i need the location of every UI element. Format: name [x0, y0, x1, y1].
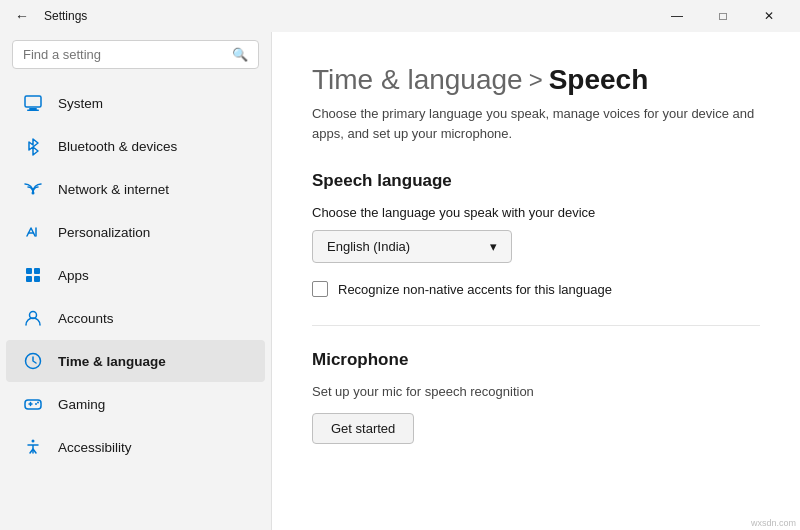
microphone-section: Microphone Set up your mic for speech re…	[312, 350, 760, 444]
sidebar-nav: SystemBluetooth & devicesNetwork & inter…	[0, 81, 271, 469]
speech-language-section: Speech language Choose the language you …	[312, 171, 760, 297]
title-bar: ← Settings — □ ✕	[0, 0, 800, 32]
search-icon: 🔍	[232, 47, 248, 62]
time-icon	[22, 350, 44, 372]
svg-rect-9	[34, 276, 40, 282]
search-input[interactable]	[23, 47, 224, 62]
svg-rect-8	[26, 276, 32, 282]
dropdown-value: English (India)	[327, 239, 410, 254]
main-content: Time & language > Speech Choose the prim…	[272, 32, 800, 530]
svg-rect-7	[34, 268, 40, 274]
microphone-title: Microphone	[312, 350, 760, 370]
breadcrumb-separator: >	[529, 66, 543, 94]
svg-rect-0	[25, 96, 41, 107]
svg-point-16	[37, 402, 39, 404]
title-bar-left: ← Settings	[8, 2, 87, 30]
accent-checkbox-label: Recognize non-native accents for this la…	[338, 282, 612, 297]
accounts-icon	[22, 307, 44, 329]
sidebar-item-accounts[interactable]: Accounts	[6, 297, 265, 339]
sidebar-item-network[interactable]: Network & internet	[6, 168, 265, 210]
microphone-description: Set up your mic for speech recognition	[312, 384, 760, 399]
gaming-icon	[22, 393, 44, 415]
sidebar-item-time[interactable]: Time & language	[6, 340, 265, 382]
sidebar-item-label-personalization: Personalization	[58, 225, 150, 240]
sidebar-item-personalization[interactable]: Personalization	[6, 211, 265, 253]
accent-checkbox[interactable]	[312, 281, 328, 297]
search-box[interactable]: 🔍	[12, 40, 259, 69]
breadcrumb: Time & language > Speech	[312, 64, 760, 96]
sidebar-item-accessibility[interactable]: Accessibility	[6, 426, 265, 468]
accent-checkbox-row: Recognize non-native accents for this la…	[312, 281, 760, 297]
language-dropdown[interactable]: English (India) ▾	[312, 230, 512, 263]
sidebar-item-label-bluetooth: Bluetooth & devices	[58, 139, 177, 154]
maximize-button[interactable]: □	[700, 0, 746, 32]
sidebar-item-apps[interactable]: Apps	[6, 254, 265, 296]
section-divider	[312, 325, 760, 326]
system-icon	[22, 92, 44, 114]
get-started-button[interactable]: Get started	[312, 413, 414, 444]
watermark: wxsdn.com	[751, 518, 796, 528]
minimize-button[interactable]: —	[654, 0, 700, 32]
page-description: Choose the primary language you speak, m…	[312, 104, 760, 143]
close-button[interactable]: ✕	[746, 0, 792, 32]
network-icon	[22, 178, 44, 200]
bluetooth-icon	[22, 135, 44, 157]
apps-icon	[22, 264, 44, 286]
sidebar-item-label-network: Network & internet	[58, 182, 169, 197]
accessibility-icon	[22, 436, 44, 458]
app-title: Settings	[44, 9, 87, 23]
sidebar-item-label-gaming: Gaming	[58, 397, 105, 412]
breadcrumb-current: Speech	[549, 64, 649, 96]
dropdown-chevron-icon: ▾	[490, 239, 497, 254]
svg-rect-12	[25, 400, 41, 409]
back-button[interactable]: ←	[8, 2, 36, 30]
svg-point-17	[32, 440, 35, 443]
app-body: 🔍 SystemBluetooth & devicesNetwork & int…	[0, 32, 800, 530]
svg-rect-2	[27, 110, 39, 112]
personalization-icon	[22, 221, 44, 243]
sidebar-item-label-accounts: Accounts	[58, 311, 114, 326]
speech-language-title: Speech language	[312, 171, 760, 191]
svg-point-15	[35, 403, 37, 405]
sidebar: 🔍 SystemBluetooth & devicesNetwork & int…	[0, 32, 272, 530]
sidebar-item-bluetooth[interactable]: Bluetooth & devices	[6, 125, 265, 167]
sidebar-item-gaming[interactable]: Gaming	[6, 383, 265, 425]
sidebar-item-label-accessibility: Accessibility	[58, 440, 132, 455]
sidebar-item-label-time: Time & language	[58, 354, 166, 369]
sidebar-item-system[interactable]: System	[6, 82, 265, 124]
breadcrumb-parent: Time & language	[312, 64, 523, 96]
svg-rect-6	[26, 268, 32, 274]
sidebar-item-label-system: System	[58, 96, 103, 111]
window-controls: — □ ✕	[654, 0, 792, 32]
language-label: Choose the language you speak with your …	[312, 205, 760, 220]
sidebar-item-label-apps: Apps	[58, 268, 89, 283]
